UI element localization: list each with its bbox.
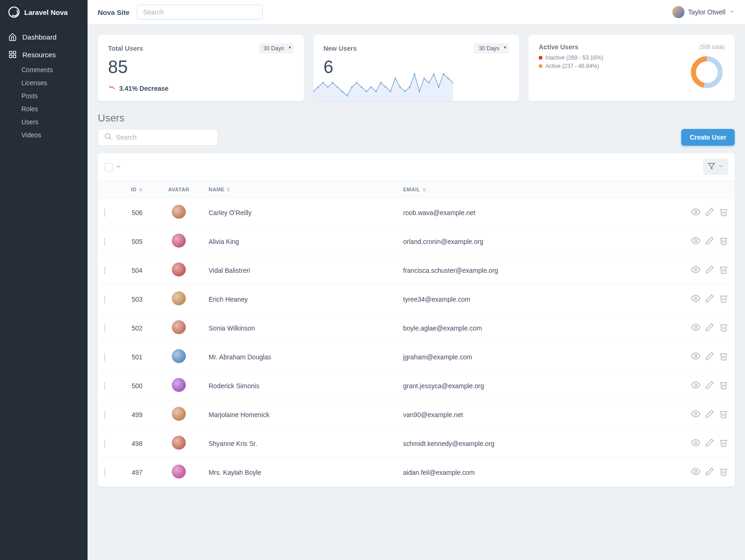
- total-label: (506 total): [699, 44, 725, 50]
- range-select[interactable]: 30 Days: [474, 43, 509, 54]
- logo-icon: [8, 7, 20, 18]
- edit-icon[interactable]: [705, 294, 714, 303]
- col-email[interactable]: Email⇅: [397, 181, 674, 198]
- row-checkbox[interactable]: [104, 439, 105, 448]
- edit-icon[interactable]: [705, 323, 714, 332]
- delete-icon[interactable]: [719, 467, 728, 476]
- avatar: [172, 234, 186, 248]
- view-icon[interactable]: [691, 351, 700, 361]
- cell-email: jgraham@example.com: [397, 343, 674, 371]
- row-checkbox[interactable]: [104, 411, 105, 419]
- delete-icon[interactable]: [719, 323, 728, 332]
- svg-rect-1: [14, 51, 16, 54]
- delete-icon[interactable]: [719, 351, 728, 361]
- svg-point-8: [332, 82, 333, 84]
- create-user-button[interactable]: Create User: [681, 129, 735, 146]
- global-search-input[interactable]: [137, 5, 263, 20]
- svg-point-17: [375, 91, 377, 93]
- filter-button[interactable]: [703, 159, 728, 175]
- edit-icon[interactable]: [705, 438, 714, 447]
- select-all[interactable]: [104, 163, 121, 171]
- sidebar-item-comments[interactable]: Comments: [0, 63, 88, 76]
- view-icon[interactable]: [691, 207, 700, 216]
- svg-point-11: [346, 95, 348, 97]
- resource-search[interactable]: [98, 129, 218, 146]
- delete-icon[interactable]: [719, 294, 728, 303]
- delete-icon[interactable]: [719, 265, 728, 274]
- delete-icon[interactable]: [719, 236, 728, 245]
- cell-email: schmidt.kennedy@example.org: [397, 429, 674, 458]
- home-icon: [8, 33, 17, 41]
- svg-point-12: [351, 86, 353, 88]
- cell-name: Sonia Wilkinson: [202, 314, 397, 343]
- sidebar-item-licenses[interactable]: Licenses: [0, 76, 88, 89]
- trend-down-icon: [108, 84, 115, 93]
- sidebar-item-roles[interactable]: Roles: [0, 102, 88, 115]
- cell-email: roob.wava@example.net: [397, 198, 674, 227]
- user-menu[interactable]: Taylor Otwell: [672, 6, 735, 18]
- row-checkbox[interactable]: [104, 382, 105, 390]
- nav-dashboard[interactable]: Dashboard: [0, 28, 88, 46]
- view-icon[interactable]: [691, 323, 700, 332]
- row-checkbox[interactable]: [104, 237, 105, 246]
- view-icon[interactable]: [691, 467, 700, 476]
- card-active-users: Active Users (506 total) Inactive (269 -…: [528, 35, 735, 101]
- delete-icon[interactable]: [719, 438, 728, 447]
- edit-icon[interactable]: [705, 409, 714, 418]
- view-icon[interactable]: [691, 380, 700, 390]
- svg-point-26: [418, 91, 420, 93]
- delete-icon[interactable]: [719, 409, 728, 418]
- svg-point-9: [337, 86, 339, 88]
- delete-icon[interactable]: [719, 380, 728, 390]
- col-id[interactable]: ID⇅: [118, 181, 156, 198]
- row-checkbox[interactable]: [104, 295, 105, 304]
- edit-icon[interactable]: [705, 236, 714, 245]
- view-icon[interactable]: [691, 265, 700, 274]
- sidebar-item-videos[interactable]: Videos: [0, 128, 88, 142]
- row-checkbox[interactable]: [104, 468, 105, 477]
- users-table: ID⇅ Avatar Name⇅ Email⇅ 506Carley O'Reil…: [98, 153, 735, 487]
- resource-search-input[interactable]: [116, 134, 212, 141]
- trend-label: 3.41% Decrease: [119, 85, 169, 92]
- chevron-down-icon: [718, 163, 724, 170]
- cell-name: Shyanne Kris Sr.: [202, 429, 397, 458]
- edit-icon[interactable]: [705, 265, 714, 274]
- view-icon[interactable]: [691, 438, 700, 447]
- nav-resources[interactable]: Resources: [0, 46, 88, 63]
- avatar: [172, 263, 186, 277]
- avatar: [672, 6, 684, 18]
- col-name[interactable]: Name⇅: [202, 181, 397, 198]
- table-row: 498Shyanne Kris Sr.schmidt.kennedy@examp…: [98, 429, 735, 458]
- sidebar-item-posts[interactable]: Posts: [0, 89, 88, 102]
- brand-name: Laravel Nova: [24, 8, 68, 16]
- table-row: 504Vidal Balistrerifrancisca.schuster@ex…: [98, 256, 735, 285]
- row-checkbox[interactable]: [104, 324, 105, 332]
- edit-icon[interactable]: [705, 207, 714, 216]
- nav-resources-label: Resources: [22, 51, 56, 59]
- grid-icon: [8, 50, 17, 59]
- checkbox[interactable]: [104, 163, 113, 171]
- nav-dashboard-label: Dashboard: [22, 33, 56, 41]
- sort-icon: ⇅: [226, 187, 230, 192]
- sidebar-item-users[interactable]: Users: [0, 115, 88, 128]
- svg-point-7: [327, 86, 329, 88]
- filter-icon: [708, 162, 715, 171]
- edit-icon[interactable]: [705, 380, 714, 390]
- view-icon[interactable]: [691, 409, 700, 418]
- trend: 3.41% Decrease: [108, 84, 294, 93]
- edit-icon[interactable]: [705, 467, 714, 476]
- table-row: 502Sonia Wilkinsonboyle.aglae@example.co…: [98, 314, 735, 343]
- range-select[interactable]: 30 Days: [259, 43, 294, 54]
- cell-id: 499: [118, 400, 156, 429]
- row-checkbox[interactable]: [104, 266, 105, 275]
- view-icon[interactable]: [691, 294, 700, 303]
- avatar: [172, 320, 186, 334]
- row-checkbox[interactable]: [104, 209, 105, 217]
- row-checkbox[interactable]: [104, 353, 105, 361]
- svg-point-36: [105, 134, 110, 139]
- table-row: 505Alivia Kingorland.cronin@example.org: [98, 227, 735, 256]
- view-icon[interactable]: [691, 236, 700, 245]
- delete-icon[interactable]: [719, 207, 728, 216]
- brand-logo[interactable]: Laravel Nova: [0, 0, 88, 24]
- edit-icon[interactable]: [705, 351, 714, 361]
